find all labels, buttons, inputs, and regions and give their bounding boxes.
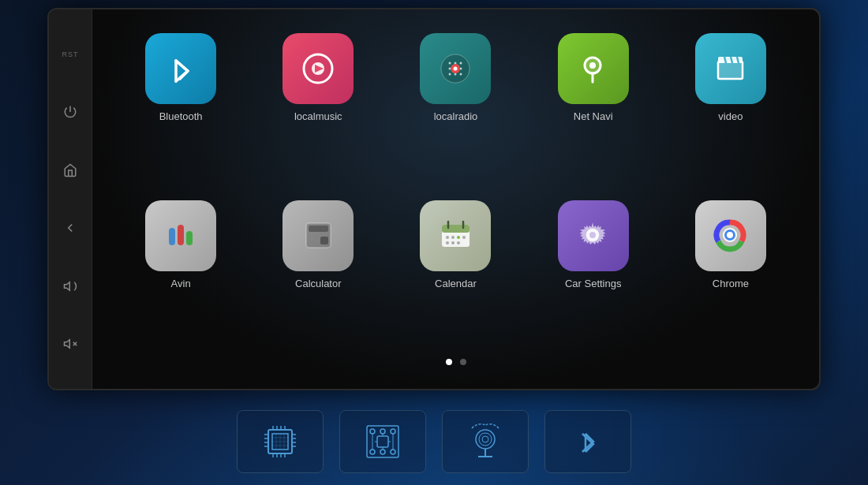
cpu-svg: [260, 422, 300, 461]
svg-point-88: [462, 236, 466, 239]
netnavi-label: Net Navi: [574, 110, 613, 122]
calendar-label: Calendar: [435, 278, 477, 289]
svg-point-59: [448, 73, 451, 75]
svg-rect-24: [367, 426, 398, 457]
svg-point-25: [370, 429, 375, 434]
side-panel: RST: [49, 9, 92, 389]
svg-text:-: -: [315, 235, 317, 244]
svg-point-40: [482, 436, 488, 442]
power-button[interactable]: [58, 100, 82, 124]
app-netnavi[interactable]: Net Navi: [537, 33, 650, 185]
gps-antenna-icon[interactable]: [442, 410, 529, 473]
calculator-app-icon: + - =: [282, 200, 354, 271]
app-calendar[interactable]: Calendar: [398, 200, 512, 352]
cpu-chip-icon[interactable]: [237, 410, 324, 473]
video-app-icon: [695, 33, 766, 104]
svg-marker-45: [65, 340, 70, 349]
localmusic-app-icon: [282, 33, 354, 104]
svg-rect-72: [169, 228, 175, 245]
video-label: video: [718, 110, 743, 122]
carsettings-app-icon: [558, 200, 629, 271]
svg-rect-67: [718, 62, 743, 79]
svg-point-90: [451, 241, 455, 244]
localmusic-label: localmusic: [294, 110, 342, 122]
app-calculator[interactable]: + - = Calculator: [261, 200, 375, 352]
app-carsettings[interactable]: Car Settings: [537, 200, 650, 352]
app-avin[interactable]: Avin: [124, 200, 238, 352]
svg-point-30: [391, 450, 395, 454]
app-bluetooth[interactable]: Bluetooth: [124, 33, 238, 185]
svg-rect-74: [186, 231, 193, 245]
svg-point-53: [448, 62, 451, 64]
page-dot-1[interactable]: [446, 359, 452, 365]
svg-rect-80: [320, 237, 328, 244]
svg-point-55: [459, 62, 462, 64]
svg-point-97: [727, 232, 733, 238]
circuit-svg: [363, 422, 402, 461]
screen-inner: Bluetooth localmusic: [92, 9, 819, 389]
bluetooth-app-icon: [145, 33, 216, 104]
volume-down-button[interactable]: [58, 332, 82, 356]
bluetooth-feature-svg: [568, 422, 608, 461]
calculator-label: Calculator: [295, 278, 342, 289]
app-chrome[interactable]: Chrome: [674, 200, 788, 352]
svg-point-85: [446, 236, 449, 239]
page-dot-2[interactable]: [460, 359, 466, 365]
gps-svg: [466, 422, 505, 461]
svg-point-87: [457, 236, 460, 239]
svg-rect-76: [309, 226, 328, 232]
feature-bar: [0, 398, 868, 485]
svg-point-29: [380, 450, 385, 454]
screen: Bluetooth localmusic: [92, 9, 819, 389]
volume-up-button[interactable]: [58, 274, 82, 298]
home-button[interactable]: [58, 159, 82, 182]
app-localmusic[interactable]: localmusic: [261, 33, 375, 185]
avin-app-icon: [145, 200, 216, 271]
back-button[interactable]: [58, 216, 82, 240]
rst-label: RST: [58, 43, 82, 66]
calendar-app-icon: [420, 200, 491, 271]
svg-marker-44: [65, 282, 70, 291]
app-video[interactable]: video: [674, 33, 788, 185]
svg-point-28: [370, 450, 375, 454]
svg-rect-82: [442, 225, 470, 233]
svg-point-91: [457, 241, 460, 244]
carsettings-label: Car Settings: [565, 278, 622, 289]
localradio-label: localradio: [434, 110, 478, 122]
svg-point-89: [446, 241, 449, 244]
localradio-app-icon: [420, 33, 491, 104]
netnavi-app-icon: [558, 33, 629, 104]
bluetooth-label: Bluetooth: [159, 110, 203, 122]
app-grid: Bluetooth localmusic: [124, 33, 788, 351]
head-unit: RST: [47, 8, 821, 390]
app-localradio[interactable]: localradio: [398, 33, 512, 185]
svg-text:+: +: [309, 235, 314, 244]
circuit-board-icon[interactable]: [339, 410, 426, 473]
svg-point-61: [459, 73, 462, 75]
svg-point-27: [391, 429, 395, 434]
svg-point-86: [451, 236, 455, 239]
page-dots: [446, 359, 466, 365]
svg-rect-31: [377, 436, 388, 447]
chrome-label: Chrome: [713, 278, 749, 289]
svg-point-66: [585, 58, 600, 73]
avin-label: Avin: [171, 278, 191, 289]
svg-point-63: [453, 66, 457, 70]
svg-rect-73: [178, 225, 184, 245]
chrome-app-icon: [695, 200, 766, 271]
svg-point-39: [479, 433, 492, 446]
bluetooth-feature-icon[interactable]: [544, 410, 631, 473]
svg-point-26: [380, 429, 385, 434]
